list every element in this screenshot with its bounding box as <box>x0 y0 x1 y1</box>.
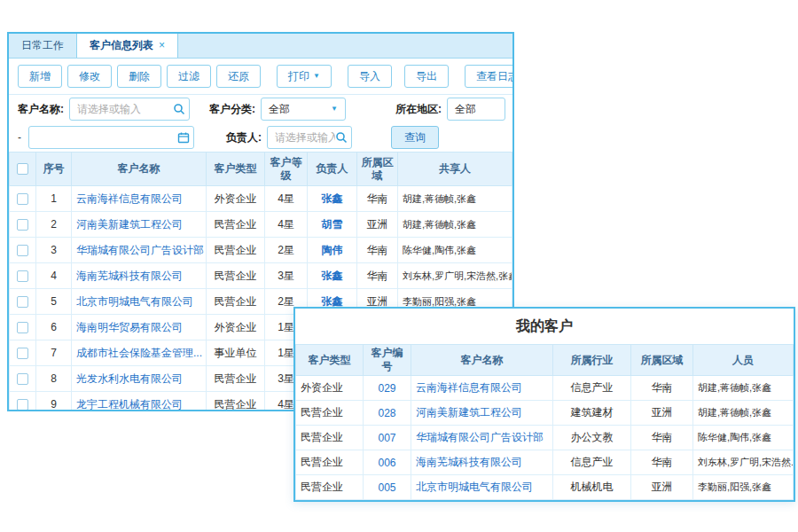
customer-name-link[interactable]: 海南芜城科技有限公司 <box>72 263 207 289</box>
col-header: 负责人 <box>308 153 357 186</box>
category-value: 全部 <box>269 102 290 117</box>
customer-name-link[interactable]: 光发水利水电有限公司 <box>72 366 207 392</box>
tab-label: 客户信息列表 <box>90 39 153 51</box>
customer-type: 民营企业 <box>296 401 364 426</box>
row-select-cell <box>10 340 36 366</box>
customer-number-link[interactable]: 029 <box>364 376 411 401</box>
customer-name-link[interactable]: 成都市社会保险基金管理... <box>72 340 207 366</box>
region: 华南 <box>631 376 693 401</box>
customer-number-link[interactable]: 005 <box>364 475 411 500</box>
filter-row-1: 客户名称: 客户分类: 全部 ▼ 所在地区: 全部 <box>9 95 512 123</box>
customer-name-link[interactable]: 北京市明城电气有限公司 <box>72 289 207 315</box>
customer-name-link[interactable]: 华瑞城有限公司广告设计部 <box>72 238 207 263</box>
col-header: 客户编号 <box>364 345 411 376</box>
filter-row-2: - 负责人: 查询 <box>9 123 512 152</box>
my-customers-panel: 我的客户 客户类型 客户编号 客户名称 所属行业 所属区域 人员 外资企业029… <box>293 307 795 502</box>
row-select-cell <box>10 392 36 412</box>
select-all-checkbox[interactable] <box>17 163 28 175</box>
category-select[interactable]: 全部 ▼ <box>261 98 346 121</box>
industry: 办公文教 <box>553 426 631 450</box>
people: 胡建,蒋德帧,张鑫 <box>693 376 794 401</box>
close-icon[interactable]: × <box>159 39 165 51</box>
owner-link[interactable]: 陶伟 <box>308 238 357 263</box>
customer-name-link[interactable]: 龙宇工程机械有限公司 <box>72 392 207 412</box>
owner-link[interactable]: 张鑫 <box>308 263 357 289</box>
col-header: 所属行业 <box>553 345 631 376</box>
row-checkbox[interactable] <box>17 270 28 282</box>
customer-number-link[interactable]: 007 <box>364 426 411 450</box>
restore-button[interactable]: 还原 <box>216 65 261 88</box>
customer-type: 民营企业 <box>207 392 265 412</box>
table-row: 2河南美新建筑工程公司民营企业4星胡雪亚洲胡建,蒋德帧,张鑫 <box>10 212 512 238</box>
row-checkbox[interactable] <box>17 245 28 256</box>
row-checkbox[interactable] <box>17 193 28 205</box>
customer-type: 民营企业 <box>296 475 364 500</box>
customer-name-link[interactable]: 河南美新建筑工程公司 <box>411 401 553 426</box>
row-checkbox[interactable] <box>17 322 28 333</box>
tab-daily-work[interactable]: 日常工作 <box>9 34 76 58</box>
row-select-cell <box>10 186 36 212</box>
row-checkbox[interactable] <box>17 296 28 308</box>
customer-type: 外资企业 <box>207 186 265 212</box>
people: 李勤丽,阳强,张鑫 <box>693 475 794 500</box>
col-header: 共享人 <box>398 153 512 186</box>
search-icon[interactable] <box>335 131 348 146</box>
customer-name-link[interactable]: 云南海祥信息有限公司 <box>72 186 207 212</box>
region: 亚洲 <box>631 475 693 500</box>
row-select-cell <box>10 263 36 289</box>
customer-name-link[interactable]: 海南明华贸易有限公司 <box>72 315 207 340</box>
row-select-cell <box>10 212 36 238</box>
row-checkbox[interactable] <box>17 219 28 231</box>
owner-link[interactable]: 张鑫 <box>308 186 357 212</box>
filter-button[interactable]: 过滤 <box>167 65 211 88</box>
shared-people: 胡建,蒋德帧,张鑫 <box>398 212 512 238</box>
customer-type: 民营企业 <box>207 238 265 263</box>
search-button[interactable]: 查询 <box>391 126 439 149</box>
edit-button[interactable]: 修改 <box>67 65 112 88</box>
my-table-body: 外资企业029云南海祥信息有限公司信息产业华南胡建,蒋德帧,张鑫民营企业028河… <box>296 376 794 500</box>
row-checkbox[interactable] <box>17 348 28 359</box>
row-index: 2 <box>36 212 72 238</box>
region-select[interactable]: 全部 <box>447 98 505 121</box>
customer-level: 2星 <box>265 238 308 263</box>
print-button[interactable]: 打印 ▼ <box>277 65 332 88</box>
search-icon[interactable] <box>173 103 185 118</box>
customer-name-link[interactable]: 华瑞城有限公司广告设计部 <box>411 426 553 450</box>
select-all-cell <box>10 153 36 186</box>
owner-link[interactable]: 胡雪 <box>308 212 357 238</box>
col-header: 客户类型 <box>296 345 364 376</box>
customer-name-link[interactable]: 海南芜城科技有限公司 <box>411 450 553 475</box>
customer-level: 4星 <box>265 186 308 212</box>
row-checkbox[interactable] <box>17 373 28 385</box>
col-header: 所属区域 <box>631 345 693 376</box>
customer-number-link[interactable]: 028 <box>364 401 411 426</box>
customer-type: 事业单位 <box>207 340 265 366</box>
row-checkbox[interactable] <box>17 399 28 411</box>
row-select-cell <box>10 315 36 340</box>
row-index: 5 <box>36 289 72 315</box>
customer-name-link[interactable]: 云南海祥信息有限公司 <box>411 376 553 401</box>
customer-name-input[interactable] <box>69 98 190 121</box>
caret-down-icon: ▼ <box>313 73 320 80</box>
add-button[interactable]: 新增 <box>18 65 62 88</box>
export-button[interactable]: 导出 <box>404 65 449 88</box>
customer-type: 民营企业 <box>296 426 364 450</box>
tab-bar: 日常工作 客户信息列表× <box>9 34 512 59</box>
tab-customer-list[interactable]: 客户信息列表× <box>76 34 178 58</box>
view-log-button[interactable]: 查看日志 <box>465 65 514 88</box>
customer-number-link[interactable]: 006 <box>364 450 411 475</box>
customer-name-link[interactable]: 河南美新建筑工程公司 <box>72 212 207 238</box>
col-header: 所属区域 <box>357 153 398 186</box>
col-header: 序号 <box>36 153 72 186</box>
calendar-icon[interactable] <box>177 131 190 146</box>
col-header: 客户名称 <box>411 345 553 376</box>
industry: 信息产业 <box>553 450 631 475</box>
customer-type: 外资企业 <box>207 315 265 340</box>
customer-name-link[interactable]: 北京市明城电气有限公司 <box>411 475 553 500</box>
delete-button[interactable]: 删除 <box>117 65 161 88</box>
row-index: 8 <box>36 366 72 392</box>
import-button[interactable]: 导入 <box>348 65 392 88</box>
customer-type: 民营企业 <box>207 289 265 315</box>
date-input[interactable] <box>28 126 194 149</box>
customer-type: 外资企业 <box>296 376 364 401</box>
